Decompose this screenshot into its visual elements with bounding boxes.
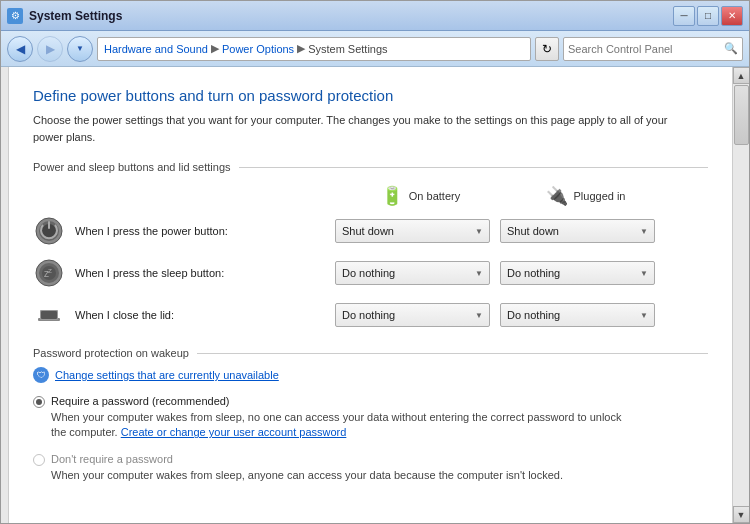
- power-button-plugged-dropdown[interactable]: Shut down ▼: [500, 219, 655, 243]
- sleep-button-plugged-arrow: ▼: [640, 269, 648, 278]
- svg-text:z: z: [48, 266, 52, 275]
- lid-row: When I close the lid: Do nothing ▼ Do no…: [33, 299, 708, 331]
- power-button-battery-value: Shut down: [342, 225, 394, 237]
- breadcrumb-system: System Settings: [308, 43, 387, 55]
- search-input[interactable]: [568, 43, 720, 55]
- scroll-track: [733, 84, 750, 506]
- power-button-battery-dropdown[interactable]: Shut down ▼: [335, 219, 490, 243]
- lid-plugged-arrow: ▼: [640, 311, 648, 320]
- content-area: Define power buttons and turn on passwor…: [1, 67, 749, 523]
- scroll-thumb[interactable]: [734, 85, 749, 145]
- power-button-battery-arrow: ▼: [475, 227, 483, 236]
- sleep-button-row: z z When I press the sleep button: Do no…: [33, 257, 708, 289]
- no-password-title: Don't require a password: [51, 453, 708, 465]
- sleep-button-plugged-value: Do nothing: [507, 267, 560, 279]
- power-button-row: When I press the power button: Shut down…: [33, 215, 708, 247]
- lid-dropdowns: Do nothing ▼ Do nothing ▼: [335, 303, 655, 327]
- require-password-content: Require a password (recommended) When yo…: [51, 395, 708, 441]
- power-button-plugged-value: Shut down: [507, 225, 559, 237]
- sleep-button-battery-arrow: ▼: [475, 269, 483, 278]
- shield-icon: 🛡: [33, 367, 49, 383]
- sleep-button-battery-value: Do nothing: [342, 267, 395, 279]
- title-bar: ⚙ System Settings ─ □ ✕: [1, 1, 749, 31]
- window-icon: ⚙: [7, 8, 23, 24]
- change-settings-link[interactable]: Change settings that are currently unava…: [55, 369, 279, 381]
- require-password-desc: When your computer wakes from sleep, no …: [51, 410, 631, 441]
- left-panel: [1, 67, 9, 523]
- breadcrumb-hardware[interactable]: Hardware and Sound: [104, 43, 208, 55]
- no-password-desc: When your computer wakes from sleep, any…: [51, 468, 631, 483]
- create-password-link[interactable]: Create or change your user account passw…: [121, 426, 347, 438]
- page-title: Define power buttons and turn on passwor…: [33, 87, 708, 104]
- window-title: System Settings: [29, 9, 122, 23]
- power-settings-section-header: Power and sleep buttons and lid settings: [33, 161, 708, 173]
- sleep-button-battery-dropdown[interactable]: Do nothing ▼: [335, 261, 490, 285]
- scroll-up-button[interactable]: ▲: [733, 67, 750, 84]
- scroll-down-button[interactable]: ▼: [733, 506, 750, 523]
- lid-battery-arrow: ▼: [475, 311, 483, 320]
- lid-battery-value: Do nothing: [342, 309, 395, 321]
- power-button-dropdowns: Shut down ▼ Shut down ▼: [335, 219, 655, 243]
- maximize-button[interactable]: □: [697, 6, 719, 26]
- title-bar-left: ⚙ System Settings: [7, 8, 122, 24]
- plugged-in-header: 🔌 Plugged in: [508, 185, 663, 207]
- require-password-option: Require a password (recommended) When yo…: [33, 395, 708, 441]
- title-bar-buttons: ─ □ ✕: [673, 6, 743, 26]
- plugged-icon: 🔌: [546, 185, 568, 207]
- sleep-button-dropdowns: Do nothing ▼ Do nothing ▼: [335, 261, 655, 285]
- forward-button[interactable]: ▶: [37, 36, 63, 62]
- change-settings-row: 🛡 Change settings that are currently una…: [33, 367, 708, 383]
- on-battery-header: 🔋 On battery: [343, 185, 498, 207]
- minimize-button[interactable]: ─: [673, 6, 695, 26]
- sleep-button-icon: z z: [33, 257, 65, 289]
- sleep-button-label: When I press the sleep button:: [75, 267, 335, 279]
- back-button[interactable]: ◀: [7, 36, 33, 62]
- power-button-plugged-arrow: ▼: [640, 227, 648, 236]
- breadcrumb-power[interactable]: Power Options: [222, 43, 294, 55]
- lid-plugged-value: Do nothing: [507, 309, 560, 321]
- no-password-radio[interactable]: [33, 454, 45, 466]
- lid-label: When I close the lid:: [75, 309, 335, 321]
- main-content: Define power buttons and turn on passwor…: [9, 67, 732, 523]
- require-password-radio[interactable]: [33, 396, 45, 408]
- no-password-option: Don't require a password When your compu…: [33, 453, 708, 483]
- power-button-label: When I press the power button:: [75, 225, 335, 237]
- page-description: Choose the power settings that you want …: [33, 112, 673, 145]
- breadcrumb-sep-1: ▶: [211, 42, 219, 55]
- sleep-button-plugged-dropdown[interactable]: Do nothing ▼: [500, 261, 655, 285]
- power-button-icon: [33, 215, 65, 247]
- nav-bar: ◀ ▶ ▼ Hardware and Sound ▶ Power Options…: [1, 31, 749, 67]
- no-password-content: Don't require a password When your compu…: [51, 453, 708, 483]
- settings-grid: 🔋 On battery 🔌 Plugged in: [33, 185, 708, 331]
- password-section-header: Password protection on wakeup: [33, 347, 708, 359]
- recent-button[interactable]: ▼: [67, 36, 93, 62]
- search-icon: 🔍: [724, 42, 738, 55]
- refresh-button[interactable]: ↻: [535, 37, 559, 61]
- breadcrumb: Hardware and Sound ▶ Power Options ▶ Sys…: [97, 37, 531, 61]
- search-box: 🔍: [563, 37, 743, 61]
- lid-plugged-dropdown[interactable]: Do nothing ▼: [500, 303, 655, 327]
- svg-rect-11: [41, 311, 57, 319]
- svg-rect-3: [48, 221, 50, 229]
- scrollbar: ▲ ▼: [732, 67, 749, 523]
- lid-battery-dropdown[interactable]: Do nothing ▼: [335, 303, 490, 327]
- password-section: Password protection on wakeup 🛡 Change s…: [33, 347, 708, 483]
- breadcrumb-sep-2: ▶: [297, 42, 305, 55]
- lid-icon: [33, 299, 65, 331]
- require-password-title: Require a password (recommended): [51, 395, 708, 407]
- close-button[interactable]: ✕: [721, 6, 743, 26]
- column-headers: 🔋 On battery 🔌 Plugged in: [343, 185, 708, 207]
- main-window: ⚙ System Settings ─ □ ✕ ◀ ▶ ▼ Hardware a…: [0, 0, 750, 524]
- battery-icon: 🔋: [381, 185, 403, 207]
